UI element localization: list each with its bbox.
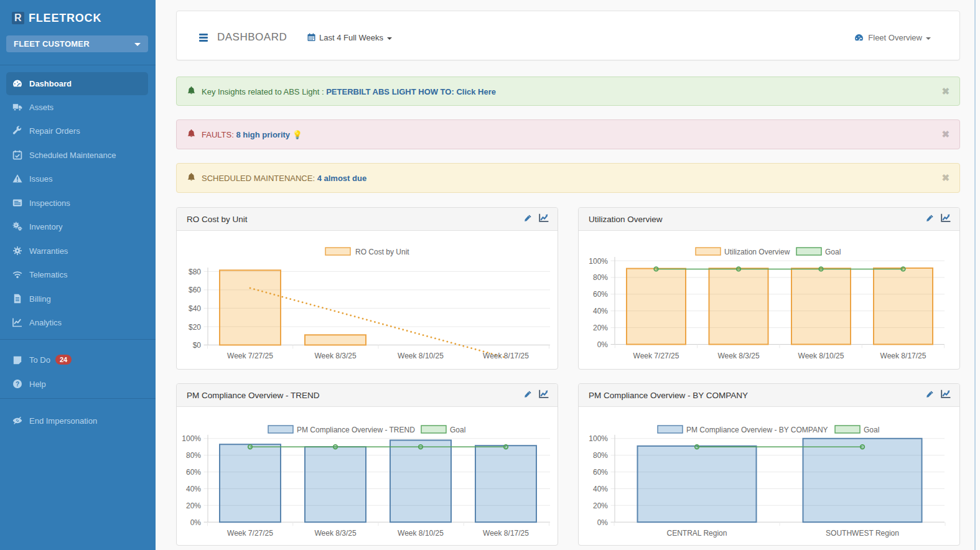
- svg-text:Goal: Goal: [450, 426, 465, 434]
- svg-text:80%: 80%: [593, 451, 608, 460]
- svg-text:0%: 0%: [597, 518, 609, 527]
- svg-text:Week 8/3/25: Week 8/3/25: [717, 352, 759, 360]
- svg-text:SOUTHWEST Region: SOUTHWEST Region: [826, 529, 899, 538]
- svg-text:0%: 0%: [597, 340, 609, 349]
- svg-text:Week 8/10/25: Week 8/10/25: [398, 529, 444, 538]
- svg-text:Week 8/10/25: Week 8/10/25: [398, 352, 444, 360]
- svg-text:Week 8/10/25: Week 8/10/25: [798, 352, 844, 360]
- svg-text:$40: $40: [189, 304, 201, 313]
- svg-text:60%: 60%: [593, 290, 608, 299]
- svg-text:100%: 100%: [182, 434, 201, 443]
- svg-text:40%: 40%: [186, 485, 201, 493]
- svg-text:Week 8/17/25: Week 8/17/25: [483, 352, 529, 360]
- svg-text:0%: 0%: [190, 518, 202, 527]
- svg-text:Utilization Overview: Utilization Overview: [724, 248, 790, 256]
- svg-text:80%: 80%: [186, 451, 201, 460]
- svg-text:Week 8/17/25: Week 8/17/25: [483, 529, 529, 538]
- svg-text:$80: $80: [189, 268, 201, 276]
- svg-text:100%: 100%: [589, 257, 608, 266]
- svg-text:PM Compliance Overview - BY CO: PM Compliance Overview - BY COMPANY: [686, 426, 828, 434]
- svg-text:20%: 20%: [186, 501, 201, 510]
- svg-text:Week 8/17/25: Week 8/17/25: [880, 352, 926, 360]
- svg-text:Week 7/27/25: Week 7/27/25: [227, 529, 273, 538]
- svg-text:PM Compliance Overview - TREND: PM Compliance Overview - TREND: [297, 426, 415, 434]
- svg-text:Goal: Goal: [864, 426, 879, 434]
- svg-text:$60: $60: [189, 286, 201, 294]
- svg-text:80%: 80%: [593, 273, 608, 282]
- svg-text:60%: 60%: [593, 468, 608, 477]
- svg-text:Week 8/3/25: Week 8/3/25: [314, 352, 356, 360]
- svg-text:40%: 40%: [593, 307, 608, 315]
- svg-text:Week 8/3/25: Week 8/3/25: [314, 529, 356, 538]
- svg-text:60%: 60%: [186, 468, 201, 477]
- svg-text:RO Cost by Unit: RO Cost by Unit: [355, 248, 409, 256]
- svg-text:Week 7/27/25: Week 7/27/25: [633, 352, 679, 360]
- svg-text:CENTRAL Region: CENTRAL Region: [667, 529, 727, 538]
- svg-text:?: ?: [16, 381, 19, 388]
- svg-text:20%: 20%: [593, 324, 608, 332]
- svg-text:$20: $20: [189, 323, 201, 332]
- svg-text:$0: $0: [193, 341, 202, 350]
- svg-text:100%: 100%: [589, 434, 608, 443]
- svg-text:Goal: Goal: [825, 248, 841, 256]
- svg-text:20%: 20%: [593, 501, 608, 510]
- svg-text:40%: 40%: [593, 485, 608, 493]
- svg-text:Week 7/27/25: Week 7/27/25: [227, 352, 273, 360]
